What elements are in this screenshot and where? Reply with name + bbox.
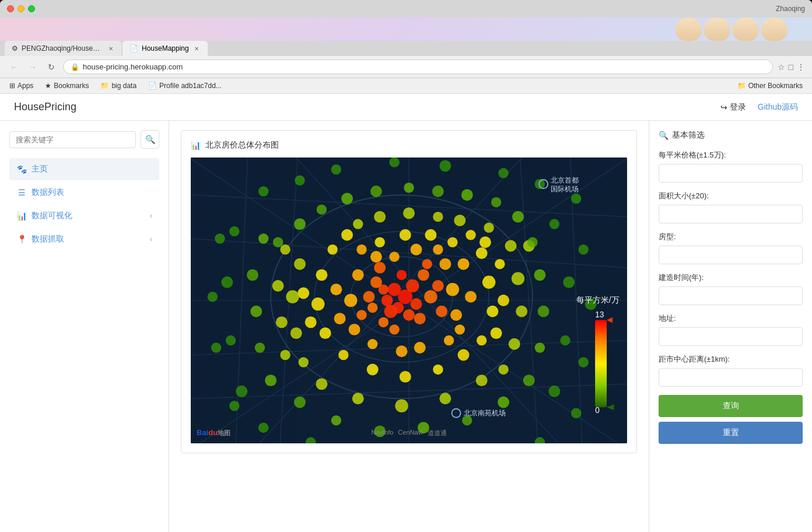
svg-point-42 [450,309,462,321]
sidebar-item-data-viz[interactable]: 📊 数据可视化 ‹ [9,205,159,227]
svg-point-116 [331,415,341,425]
filter-year-label: 建造时间(年): [659,272,803,283]
filter-room-input[interactable] [659,246,803,264]
search-input[interactable] [9,131,136,148]
menu-icon[interactable]: ⋮ [797,62,805,72]
login-icon: ↪ [720,103,727,112]
doc-bookmark-icon: 📄 [148,82,157,90]
browser-user: Zhaoqing [776,5,805,13]
svg-point-146 [331,164,341,174]
bookmarks-bar: ⊞ Apps ★ Bookmarks 📁 big data 📄 Profile … [0,78,812,94]
maximize-button[interactable] [28,5,35,12]
svg-point-102 [433,212,443,222]
svg-point-99 [353,219,363,229]
search-button[interactable]: 🔍 [141,130,159,149]
filter-area-input[interactable] [659,205,803,223]
main-layout: 🔍 🐾 主页 ☰ 数据列表 📊 数据可视化 ‹ 📍 数据抓取 [0,121,812,532]
login-button[interactable]: ↪ 登录 [720,102,746,113]
svg-point-163 [211,342,221,352]
svg-point-114 [265,374,276,386]
tab-github[interactable]: ⚙ PENGZhaoqing/HousePricing ✕ [5,41,121,56]
refresh-button[interactable]: ↻ [44,60,58,74]
svg-point-152 [578,244,588,254]
svg-point-100 [374,211,386,223]
reset-button[interactable]: 重置 [659,422,803,444]
star-bookmark-icon[interactable]: ☆ [778,62,785,72]
svg-point-35 [389,324,399,334]
svg-point-61 [482,276,495,289]
anime-face-1 [676,18,702,41]
sidebar-item-data-crawl[interactable]: 📍 数据抓取 ‹ [9,228,159,250]
tab-github-label: PENGZhaoqing/HousePricing [22,44,103,52]
svg-point-122 [535,342,545,352]
filter-year-input[interactable] [659,286,803,305]
svg-point-169 [452,409,461,418]
svg-point-57 [455,324,465,334]
svg-point-32 [379,317,388,327]
svg-point-60 [476,247,488,259]
chevron-crawl-icon: ‹ [150,235,152,243]
filter-address-input[interactable] [659,327,803,346]
extensions-icon[interactable]: □ [789,62,793,72]
svg-point-54 [356,244,366,254]
sidebar-item-data-list[interactable]: ☰ 数据列表 [9,181,159,204]
svg-point-75 [447,237,457,247]
svg-point-142 [560,335,570,345]
svg-point-95 [352,393,364,404]
minimize-button[interactable] [18,5,24,12]
svg-point-65 [312,298,324,310]
bookmark-bookmarks[interactable]: ★ Bookmarks [43,80,91,91]
navinfo-label: NavInfo [371,429,393,438]
filter-distance-input[interactable] [659,368,803,387]
svg-point-121 [523,374,535,386]
svg-point-24 [397,270,407,280]
filter-area: 面积大小(±20): [659,191,803,223]
map-footer: NavInfo CenNavi 道道通 [371,429,446,438]
svg-point-137 [221,276,233,288]
svg-point-101 [403,207,415,219]
github-source-link[interactable]: Github源码 [758,102,798,113]
forward-button[interactable]: → [26,60,40,74]
bookmark-other[interactable]: 📁 Other Bookmarks [735,80,805,91]
svg-point-87 [516,306,527,317]
svg-point-56 [465,291,477,303]
url-bar[interactable]: 🔒 house-pricing.herokuapp.com [63,60,773,74]
sidebar-home-label: 主页 [32,164,48,174]
svg-point-53 [370,251,382,262]
svg-point-41 [446,283,459,296]
svg-point-129 [432,186,444,197]
apps-grid-icon: ⊞ [9,82,15,90]
svg-point-109 [280,350,290,360]
svg-point-59 [334,313,346,324]
sidebar-datalist-label: 数据列表 [32,187,64,198]
svg-point-76 [298,288,309,299]
svg-point-85 [505,240,517,252]
bookmark-bigdata[interactable]: 📁 big data [98,80,139,91]
svg-point-165 [215,233,225,243]
svg-point-127 [491,197,501,207]
bookmark-profile[interactable]: 📄 Profile adb1ac7dd... [146,80,224,91]
tab-housemapping[interactable]: 📄 HouseMapping ✕ [123,41,208,56]
back-button[interactable]: ← [7,60,21,74]
svg-point-154 [578,357,588,367]
svg-point-96 [395,400,408,412]
svg-point-143 [548,386,560,397]
tab-housemapping-close[interactable]: ✕ [192,44,201,52]
close-button[interactable] [7,5,14,12]
svg-point-80 [491,327,502,339]
sidebar-item-home[interactable]: 🐾 主页 [9,158,159,180]
tab-github-close[interactable]: ✕ [107,44,114,52]
map-container[interactable]: 北京首都 国际机场 北京南苑机场 [191,158,627,443]
query-button[interactable]: 查询 [659,395,803,417]
svg-point-83 [466,230,475,240]
svg-point-40 [439,258,451,270]
svg-point-140 [550,219,559,229]
filter-room: 房型: [659,232,803,264]
filter-title: 🔍 基本筛选 [659,130,803,141]
svg-text:北京首都: 北京首都 [551,176,579,184]
svg-point-107 [272,280,284,292]
filter-price-input[interactable] [659,164,803,183]
bookmark-apps[interactable]: ⊞ Apps [7,80,36,91]
map-svg: 北京首都 国际机场 北京南苑机场 [191,158,627,443]
svg-point-97 [439,393,451,404]
